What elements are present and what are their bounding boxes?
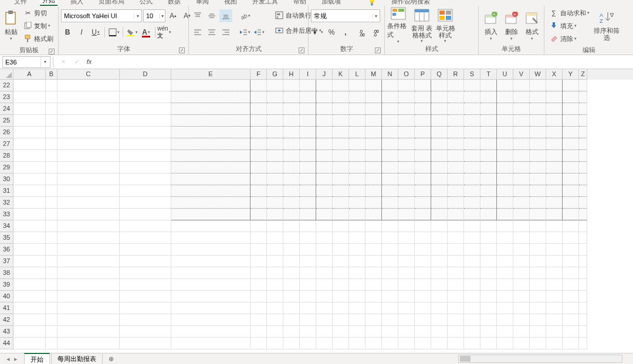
cell-X29[interactable] xyxy=(546,162,563,174)
cell-R23[interactable] xyxy=(448,91,464,103)
col-header-B[interactable]: B xyxy=(46,69,57,80)
cell-D44[interactable] xyxy=(120,338,171,349)
cell-T33[interactable] xyxy=(480,209,497,220)
orientation-button[interactable]: ab xyxy=(238,9,251,22)
cell-I38[interactable] xyxy=(300,267,316,279)
cell-L22[interactable] xyxy=(349,80,365,91)
cell-A35[interactable] xyxy=(13,232,46,244)
cell-T22[interactable] xyxy=(480,80,497,91)
cell-L30[interactable] xyxy=(349,174,365,185)
cell-F27[interactable] xyxy=(251,138,267,150)
cell-Z30[interactable] xyxy=(579,174,587,185)
cell-D31[interactable] xyxy=(120,185,171,197)
cell-B44[interactable] xyxy=(46,338,57,349)
row-header-37[interactable]: 37 xyxy=(0,256,13,267)
cell-Y25[interactable] xyxy=(563,115,579,127)
cell-M37[interactable] xyxy=(365,256,382,267)
cell-P38[interactable] xyxy=(415,267,431,279)
cell-T43[interactable] xyxy=(480,326,497,338)
cell-J27[interactable] xyxy=(316,138,333,150)
row-header-36[interactable]: 36 xyxy=(0,244,13,256)
cell-Y37[interactable] xyxy=(563,256,579,267)
cell-G40[interactable] xyxy=(267,291,283,302)
cell-P42[interactable] xyxy=(415,314,431,326)
cell-K39[interactable] xyxy=(333,279,349,291)
row-header-35[interactable]: 35 xyxy=(0,232,13,244)
row-header-44[interactable]: 44 xyxy=(0,338,13,349)
cell-I22[interactable] xyxy=(300,80,316,91)
align-middle-button[interactable] xyxy=(205,9,218,22)
cell-R43[interactable] xyxy=(448,326,464,338)
cell-U31[interactable] xyxy=(497,185,513,197)
row-header-42[interactable]: 42 xyxy=(0,314,13,326)
cell-Q33[interactable] xyxy=(431,209,448,220)
cell-P29[interactable] xyxy=(415,162,431,174)
tab-file[interactable]: 文件 xyxy=(12,0,29,6)
cell-T38[interactable] xyxy=(480,267,497,279)
cell-K40[interactable] xyxy=(333,291,349,302)
percent-button[interactable]: % xyxy=(325,26,338,39)
cell-F22[interactable] xyxy=(251,80,267,91)
cell-O44[interactable] xyxy=(398,338,415,349)
cell-H32[interactable] xyxy=(283,197,300,209)
cell-H35[interactable] xyxy=(283,232,300,244)
cell-U29[interactable] xyxy=(497,162,513,174)
cell-Y22[interactable] xyxy=(563,80,579,91)
cell-E35[interactable] xyxy=(171,232,251,244)
sort-filter-button[interactable]: AZ 排序和筛选 xyxy=(593,7,620,43)
cell-B41[interactable] xyxy=(46,302,57,314)
cell-M28[interactable] xyxy=(365,150,382,162)
cell-G23[interactable] xyxy=(267,91,283,103)
cell-G39[interactable] xyxy=(267,279,283,291)
cell-E27[interactable] xyxy=(171,138,251,150)
cell-M41[interactable] xyxy=(365,302,382,314)
cell-L40[interactable] xyxy=(349,291,365,302)
cell-J30[interactable] xyxy=(316,174,333,185)
cell-style-button[interactable]: 单元格样式▾ xyxy=(434,7,456,43)
cell-G22[interactable] xyxy=(267,80,283,91)
cell-O30[interactable] xyxy=(398,174,415,185)
cell-K38[interactable] xyxy=(333,267,349,279)
col-header-V[interactable]: V xyxy=(513,69,530,80)
cell-N43[interactable] xyxy=(382,326,398,338)
cell-J37[interactable] xyxy=(316,256,333,267)
cell-O28[interactable] xyxy=(398,150,415,162)
cell-U43[interactable] xyxy=(497,326,513,338)
cell-E43[interactable] xyxy=(171,326,251,338)
search-hint[interactable]: 操作说明搜索 xyxy=(389,0,432,6)
cell-Z40[interactable] xyxy=(579,291,587,302)
cell-K33[interactable] xyxy=(333,209,349,220)
cell-M32[interactable] xyxy=(365,197,382,209)
indent-increase-button[interactable] xyxy=(252,26,265,39)
cell-D39[interactable] xyxy=(120,279,171,291)
cell-B38[interactable] xyxy=(46,267,57,279)
cell-R33[interactable] xyxy=(448,209,464,220)
cell-W34[interactable] xyxy=(530,220,546,232)
cell-X28[interactable] xyxy=(546,150,563,162)
cell-C40[interactable] xyxy=(57,291,120,302)
col-header-P[interactable]: P xyxy=(415,69,431,80)
cell-Z34[interactable] xyxy=(579,220,587,232)
cell-V31[interactable] xyxy=(513,185,530,197)
cell-L39[interactable] xyxy=(349,279,365,291)
cell-S30[interactable] xyxy=(464,174,480,185)
cell-G25[interactable] xyxy=(267,115,283,127)
cell-Z28[interactable] xyxy=(579,150,587,162)
cell-E26[interactable] xyxy=(171,127,251,138)
cell-D28[interactable] xyxy=(120,150,171,162)
cell-P26[interactable] xyxy=(415,127,431,138)
align-center-button[interactable] xyxy=(205,26,218,39)
row-header-33[interactable]: 33 xyxy=(0,209,13,220)
cell-W29[interactable] xyxy=(530,162,546,174)
increase-font-button[interactable]: A▴ xyxy=(167,9,180,22)
cell-P32[interactable] xyxy=(415,197,431,209)
cell-U25[interactable] xyxy=(497,115,513,127)
cell-Q25[interactable] xyxy=(431,115,448,127)
name-box-input[interactable] xyxy=(3,57,40,67)
cell-A34[interactable] xyxy=(13,220,46,232)
cell-N25[interactable] xyxy=(382,115,398,127)
cell-H36[interactable] xyxy=(283,244,300,256)
cell-E42[interactable] xyxy=(171,314,251,326)
tab-review[interactable]: 审阅 xyxy=(194,0,211,6)
cell-N31[interactable] xyxy=(382,185,398,197)
